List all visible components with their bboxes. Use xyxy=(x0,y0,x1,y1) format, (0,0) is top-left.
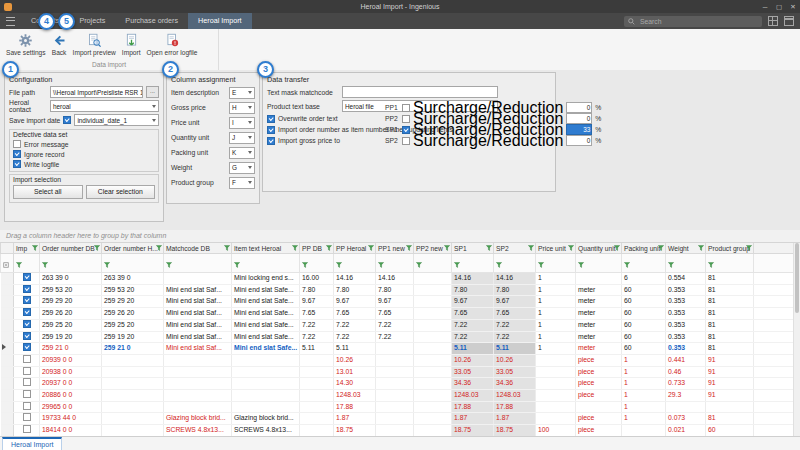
filter-funnel-icon[interactable] xyxy=(16,262,22,268)
browse-button[interactable]: ... xyxy=(146,86,159,98)
close-icon[interactable]: ✕ xyxy=(786,0,800,13)
assign-select[interactable]: J xyxy=(229,132,255,144)
filter-funnel-icon[interactable] xyxy=(668,262,674,268)
column-header-pp-db[interactable]: PP DB xyxy=(300,243,334,254)
column-header-product-group[interactable]: Product group xyxy=(706,243,754,254)
column-header-item-text-heroal[interactable]: Item text Heroal xyxy=(232,243,300,254)
option-checkbox[interactable] xyxy=(267,126,275,134)
column-header-sp1[interactable]: SP1 xyxy=(452,243,494,254)
option-checkbox[interactable] xyxy=(267,115,275,123)
surcharge-value-input[interactable]: 0 xyxy=(566,135,592,146)
filter-funnel-icon[interactable] xyxy=(302,262,308,268)
assign-select[interactable]: G xyxy=(229,162,255,174)
filter-cell[interactable] xyxy=(102,254,164,273)
table-row[interactable]: 20937 0 014.3034.3634.36piece10.73391 xyxy=(1,378,794,390)
filter-cell[interactable] xyxy=(164,254,232,273)
table-row[interactable]: 20886 0 01248.031248.031248.03piece129.3… xyxy=(1,390,794,402)
import-row-checkbox[interactable] xyxy=(23,425,31,433)
filter-cell[interactable] xyxy=(300,254,334,273)
hamburger-menu-icon[interactable] xyxy=(6,17,15,26)
filter-funnel-icon[interactable] xyxy=(224,245,230,251)
maximize-icon[interactable]: ▢ xyxy=(772,0,786,13)
tab-purchase-orders[interactable]: Purchase orders xyxy=(115,13,188,29)
surcharge-value-input[interactable]: 0 xyxy=(566,102,592,113)
search-box[interactable] xyxy=(624,16,762,27)
open-error-logfile-button[interactable]: Open error logfile xyxy=(144,32,201,57)
assign-select[interactable]: E xyxy=(229,87,255,99)
filter-cell[interactable] xyxy=(622,254,666,273)
table-row[interactable]: 18414 0 0SCREWS 4.8x13...SCREWS 4.8x13..… xyxy=(1,425,794,437)
filter-funnel-icon[interactable] xyxy=(746,245,752,251)
import-row-checkbox[interactable] xyxy=(23,273,31,281)
filter-cell[interactable] xyxy=(14,254,40,273)
column-header-pp-heroal[interactable]: PP Heroal xyxy=(334,243,376,254)
import-row-checkbox[interactable] xyxy=(23,402,31,410)
assign-select[interactable]: H xyxy=(229,102,255,114)
back-button[interactable]: Back xyxy=(49,32,70,57)
select-all-button[interactable]: Select all xyxy=(13,185,83,199)
filter-funnel-icon[interactable] xyxy=(416,262,422,268)
filter-funnel-icon[interactable] xyxy=(568,245,574,251)
table-row[interactable]: 19733 44 0Glazing block brid...Glazing b… xyxy=(1,413,794,425)
filter-cell[interactable] xyxy=(232,254,300,273)
table-row[interactable]: 29965 0 017.8817.8817.881 xyxy=(1,401,794,413)
surcharge-checkbox[interactable] xyxy=(402,126,410,134)
surcharge-checkbox[interactable] xyxy=(402,104,410,112)
table-row[interactable]: 259 19 20259 19 20Mini end slat Saf...Mi… xyxy=(1,331,794,343)
text-mask-input[interactable] xyxy=(342,86,498,98)
filter-funnel-icon[interactable] xyxy=(698,245,704,251)
column-header-packing-unit[interactable]: Packing unit xyxy=(622,243,666,254)
save-import-date-checkbox[interactable] xyxy=(63,116,71,124)
column-header-pp1-new[interactable]: PP1 new xyxy=(376,243,414,254)
document-tab-heroal-import[interactable]: Heroal Import xyxy=(2,437,62,450)
filter-funnel-icon[interactable] xyxy=(234,262,240,268)
filter-funnel-icon[interactable] xyxy=(496,262,502,268)
vertical-scrollbar[interactable] xyxy=(793,243,800,437)
column-header-matchcode-db[interactable]: Matchcode DB xyxy=(164,243,232,254)
grid-view-icon[interactable] xyxy=(768,16,778,26)
import-row-checkbox[interactable] xyxy=(23,355,31,363)
import-row-checkbox[interactable] xyxy=(23,343,31,351)
column-header-pp2-new[interactable]: PP2 new xyxy=(414,243,452,254)
table-row[interactable]: 20939 0 010.2610.2610.26piece10.44191 xyxy=(1,354,794,366)
filter-cell[interactable] xyxy=(414,254,452,273)
filter-funnel-icon[interactable] xyxy=(444,245,450,251)
import-date-select[interactable]: individual_date_1 xyxy=(74,114,159,126)
filter-cell[interactable] xyxy=(666,254,706,273)
table-row[interactable]: 259 53 20259 53 20Mini end slat Saf...Mi… xyxy=(1,284,794,296)
filter-funnel-icon[interactable] xyxy=(336,262,342,268)
filter-funnel-icon[interactable] xyxy=(94,245,100,251)
filter-funnel-icon[interactable] xyxy=(406,245,412,251)
import-row-checkbox[interactable] xyxy=(23,332,31,340)
filter-cell[interactable] xyxy=(40,254,102,273)
filter-cell[interactable] xyxy=(706,254,754,273)
filter-funnel-icon[interactable] xyxy=(166,262,172,268)
filter-funnel-icon[interactable] xyxy=(454,262,460,268)
surcharge-value-input[interactable]: 0 xyxy=(566,113,592,124)
surcharge-value-input[interactable]: 33 xyxy=(566,124,592,135)
import-row-checkbox[interactable] xyxy=(23,390,31,398)
filter-funnel-icon[interactable] xyxy=(32,245,38,251)
import-row-checkbox[interactable] xyxy=(23,378,31,386)
filter-funnel-icon[interactable] xyxy=(326,245,332,251)
column-header-sp2[interactable]: SP2 xyxy=(494,243,536,254)
option-checkbox[interactable] xyxy=(13,160,21,168)
filter-funnel-icon[interactable] xyxy=(42,262,48,268)
filter-funnel-icon[interactable] xyxy=(658,245,664,251)
filter-funnel-icon[interactable] xyxy=(578,262,584,268)
import-row-checkbox[interactable] xyxy=(23,367,31,375)
table-row[interactable]: 259 21 0259 21 0Mini end slat Saf...Mini… xyxy=(1,343,794,355)
filter-funnel-icon[interactable] xyxy=(614,245,620,251)
filter-funnel-icon[interactable] xyxy=(538,262,544,268)
table-row[interactable]: 259 29 20259 29 20Mini end slat Saf...Mi… xyxy=(1,296,794,308)
column-header-weight[interactable]: Weight xyxy=(666,243,706,254)
import-row-checkbox[interactable] xyxy=(23,308,31,316)
filter-funnel-icon[interactable] xyxy=(104,262,110,268)
import-button[interactable]: Import xyxy=(119,32,144,57)
option-checkbox[interactable] xyxy=(13,150,21,158)
filter-funnel-icon[interactable] xyxy=(528,245,534,251)
column-header-price-unit[interactable]: Price unit xyxy=(536,243,576,254)
filter-funnel-icon[interactable] xyxy=(708,262,714,268)
import-row-checkbox[interactable] xyxy=(23,413,31,421)
surcharge-checkbox[interactable] xyxy=(402,115,410,123)
